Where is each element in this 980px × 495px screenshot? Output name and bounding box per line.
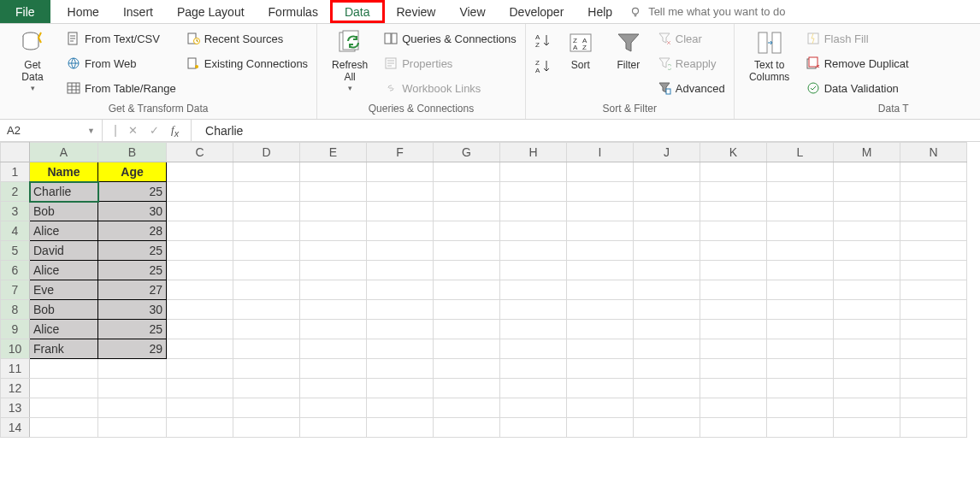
cell[interactable] — [767, 182, 834, 202]
cell[interactable] — [634, 339, 700, 359]
cell[interactable] — [834, 241, 900, 261]
cell[interactable] — [900, 398, 967, 418]
cell[interactable] — [767, 221, 834, 241]
cell[interactable] — [700, 241, 767, 261]
cell[interactable] — [367, 202, 434, 221]
cell-B1[interactable]: Age — [98, 162, 167, 182]
cell[interactable] — [900, 162, 967, 182]
cell[interactable] — [300, 300, 367, 320]
cell[interactable] — [367, 280, 434, 300]
col-header-N[interactable]: N — [900, 143, 967, 162]
col-header-L[interactable]: L — [767, 143, 834, 162]
row-header[interactable]: 2 — [1, 182, 30, 202]
row-header[interactable]: 1 — [1, 162, 30, 182]
cell[interactable] — [233, 202, 300, 221]
cell[interactable] — [300, 359, 367, 379]
tab-formulas[interactable]: Formulas — [257, 0, 330, 23]
cell[interactable] — [233, 418, 300, 438]
cell[interactable] — [233, 182, 300, 202]
cell[interactable] — [233, 339, 300, 359]
row-header[interactable]: 11 — [1, 359, 30, 379]
cell-A1[interactable]: Name — [30, 162, 98, 182]
row-header[interactable]: 9 — [1, 320, 30, 339]
tab-insert[interactable]: Insert — [111, 0, 165, 23]
cell-B3[interactable]: 30 — [98, 202, 167, 221]
cell[interactable] — [167, 339, 233, 359]
col-header-G[interactable]: G — [434, 143, 500, 162]
insert-function-button[interactable]: fx — [171, 123, 179, 138]
cell[interactable] — [98, 398, 167, 418]
cell[interactable] — [767, 261, 834, 280]
cell[interactable] — [634, 418, 700, 438]
row-header[interactable]: 3 — [1, 202, 30, 221]
cell[interactable] — [300, 339, 367, 359]
cell[interactable] — [500, 221, 567, 241]
flash-fill-button[interactable]: Flash Fill — [806, 29, 909, 48]
cell-A4[interactable]: Alice — [30, 221, 98, 241]
cancel-formula-button[interactable]: ✕ — [128, 124, 138, 137]
cell[interactable] — [634, 221, 700, 241]
cell[interactable] — [167, 418, 233, 438]
cell[interactable] — [434, 418, 500, 438]
row-header[interactable]: 5 — [1, 241, 30, 261]
get-data-button[interactable]: Get Data ▾ — [9, 27, 56, 93]
cell[interactable] — [634, 162, 700, 182]
cell[interactable] — [167, 221, 233, 241]
cell[interactable] — [367, 182, 434, 202]
cell[interactable] — [434, 320, 500, 339]
cell-A8[interactable]: Bob — [30, 300, 98, 320]
cell[interactable] — [434, 202, 500, 221]
cell[interactable] — [700, 398, 767, 418]
cell[interactable] — [900, 182, 967, 202]
cell[interactable] — [634, 202, 700, 221]
cell[interactable] — [767, 320, 834, 339]
cell[interactable] — [233, 221, 300, 241]
tab-view[interactable]: View — [447, 0, 497, 23]
cell[interactable] — [900, 221, 967, 241]
cell[interactable] — [634, 379, 700, 398]
cell[interactable] — [834, 182, 900, 202]
text-to-columns-button[interactable]: Text to Columns — [743, 27, 796, 84]
col-header-H[interactable]: H — [500, 143, 567, 162]
cell[interactable] — [367, 320, 434, 339]
cell[interactable] — [434, 379, 500, 398]
cell[interactable] — [700, 418, 767, 438]
cell[interactable] — [567, 280, 634, 300]
cell[interactable] — [500, 241, 567, 261]
cell[interactable] — [767, 398, 834, 418]
sort-desc-button[interactable]: ZA — [534, 58, 552, 75]
recent-sources-button[interactable]: Recent Sources — [186, 29, 308, 48]
cell[interactable] — [434, 182, 500, 202]
cell[interactable] — [233, 280, 300, 300]
cell[interactable] — [167, 162, 233, 182]
cell-B8[interactable]: 30 — [98, 300, 167, 320]
cell[interactable] — [500, 418, 567, 438]
remove-duplicates-button[interactable]: Remove Duplicat — [806, 54, 909, 73]
cell-A10[interactable]: Frank — [30, 339, 98, 359]
select-all-corner[interactable] — [1, 143, 30, 162]
cell[interactable] — [634, 359, 700, 379]
cell[interactable] — [700, 261, 767, 280]
col-header-I[interactable]: I — [567, 143, 634, 162]
cell[interactable] — [834, 418, 900, 438]
cell[interactable] — [834, 398, 900, 418]
cell[interactable] — [700, 280, 767, 300]
col-header-B[interactable]: B — [98, 143, 167, 162]
cell[interactable] — [834, 221, 900, 241]
cell[interactable] — [500, 162, 567, 182]
cell-B5[interactable]: 25 — [98, 241, 167, 261]
cell[interactable] — [300, 162, 367, 182]
cell[interactable] — [900, 379, 967, 398]
tab-developer[interactable]: Developer — [498, 0, 576, 23]
cell[interactable] — [367, 261, 434, 280]
cell[interactable] — [98, 418, 167, 438]
cell[interactable] — [567, 379, 634, 398]
tab-page-layout[interactable]: Page Layout — [165, 0, 257, 23]
cell[interactable] — [700, 162, 767, 182]
cell[interactable] — [233, 261, 300, 280]
cell[interactable] — [834, 339, 900, 359]
cell[interactable] — [900, 339, 967, 359]
row-header[interactable]: 7 — [1, 280, 30, 300]
col-header-A[interactable]: A — [30, 143, 98, 162]
row-header[interactable]: 14 — [1, 418, 30, 438]
